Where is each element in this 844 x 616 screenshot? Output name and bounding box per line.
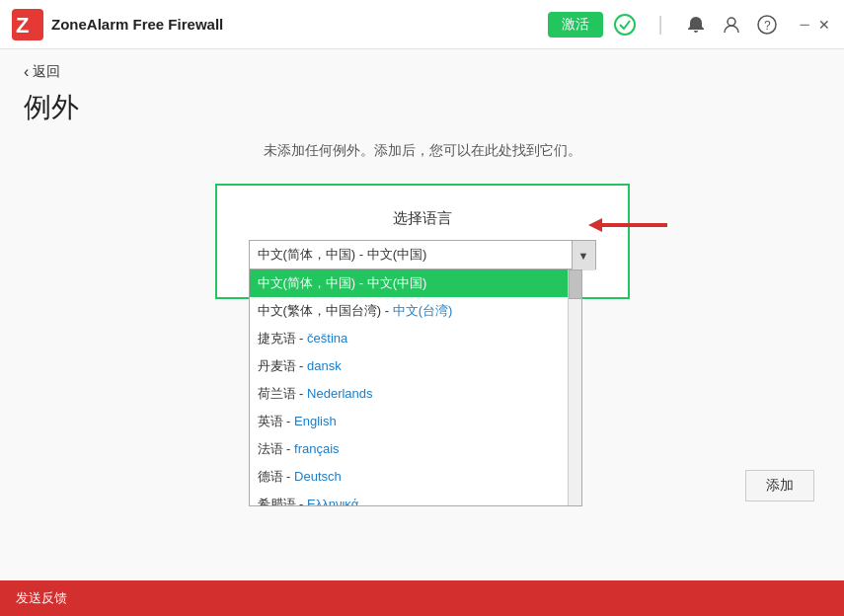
scrollbar[interactable] bbox=[568, 270, 581, 506]
bell-icon[interactable] bbox=[682, 11, 710, 38]
activate-button[interactable]: 激活 bbox=[548, 12, 603, 38]
header-actions: 激活 | ? ─ ✕ bbox=[548, 11, 832, 38]
dropdown-item-0[interactable]: 中文(简体，中国) - 中文(中国) bbox=[250, 270, 581, 297]
title-bar: Z ZoneAlarm Free Firewall 激活 | bbox=[0, 0, 844, 49]
minimize-button[interactable]: ─ bbox=[797, 17, 812, 33]
dropdown-item-8[interactable]: 希腊语 - Ελληνικά bbox=[250, 491, 581, 506]
dropdown-item-6[interactable]: 法语 - français bbox=[250, 435, 581, 463]
language-dropdown-list: 中文(简体，中国) - 中文(中国)中文(繁体，中国台湾) - 中文(台湾)捷克… bbox=[249, 270, 582, 506]
selected-value: 中文(简体，中国) - 中文(中国) bbox=[258, 246, 427, 264]
add-button[interactable]: 添加 bbox=[745, 470, 814, 501]
close-button[interactable]: ✕ bbox=[816, 17, 832, 33]
back-chevron-icon: ‹ bbox=[24, 63, 29, 81]
dropdown-item-5[interactable]: 英语 - English bbox=[250, 408, 581, 435]
back-nav[interactable]: ‹ 返回 bbox=[24, 49, 820, 89]
check-icon[interactable] bbox=[611, 11, 639, 38]
bottom-bar: 发送反馈 bbox=[0, 580, 844, 616]
scrollbar-thumb[interactable] bbox=[569, 270, 582, 299]
separator: | bbox=[647, 11, 674, 38]
app-logo-icon: Z bbox=[12, 9, 43, 40]
no-exceptions-text: 未添加任何例外。添加后，您可以在此处找到它们。 bbox=[24, 142, 820, 160]
page-title: 例外 bbox=[24, 89, 820, 126]
dropdown-item-7[interactable]: 德语 - Deutsch bbox=[250, 463, 581, 491]
svg-marker-8 bbox=[588, 218, 667, 232]
svg-point-3 bbox=[728, 18, 735, 26]
arrow-annotation bbox=[588, 215, 667, 235]
dropdown-item-1[interactable]: 中文(繁体，中国台湾) - 中文(台湾) bbox=[250, 297, 581, 325]
user-icon[interactable] bbox=[718, 11, 745, 38]
svg-text:?: ? bbox=[764, 19, 771, 33]
svg-point-2 bbox=[615, 15, 635, 35]
dropdown-item-3[interactable]: 丹麦语 - dansk bbox=[250, 352, 581, 380]
app-logo: Z ZoneAlarm Free Firewall bbox=[12, 9, 548, 40]
app-title: ZoneAlarm Free Firewall bbox=[51, 16, 223, 33]
feedback-link[interactable]: 发送反馈 bbox=[16, 589, 67, 607]
help-icon[interactable]: ? bbox=[753, 11, 781, 38]
dropdown-item-2[interactable]: 捷克语 - čeština bbox=[250, 325, 581, 352]
main-content: ‹ 返回 例外 未添加任何例外。添加后，您可以在此处找到它们。 选择语言 中文(… bbox=[0, 49, 844, 580]
svg-text:Z: Z bbox=[16, 13, 29, 38]
dialog-title: 选择语言 bbox=[249, 209, 596, 228]
back-label: 返回 bbox=[33, 63, 60, 81]
language-select-wrapper: 中文(简体，中国) - 中文(中国) ▼ 中文(简体，中国) - 中文(中国)中… bbox=[249, 240, 596, 270]
language-select[interactable]: 中文(简体，中国) - 中文(中国) ▼ bbox=[249, 240, 596, 270]
language-dialog: 选择语言 中文(简体，中国) - 中文(中国) ▼ 中文(简体，中国) - 中文… bbox=[215, 184, 630, 299]
window-controls: ─ ✕ bbox=[797, 17, 832, 33]
dropdown-items: 中文(简体，中国) - 中文(中国)中文(繁体，中国台湾) - 中文(台湾)捷克… bbox=[250, 270, 581, 506]
dropdown-item-4[interactable]: 荷兰语 - Nederlands bbox=[250, 380, 581, 408]
dropdown-arrow-icon: ▼ bbox=[572, 241, 595, 270]
